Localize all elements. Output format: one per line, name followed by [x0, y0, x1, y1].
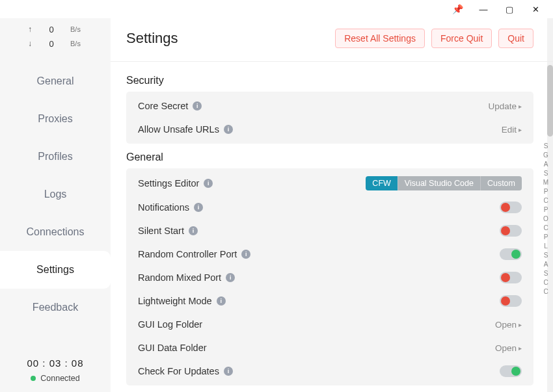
label-silent-start: Silent Start: [138, 226, 184, 236]
letter-index-item[interactable]: C: [541, 224, 550, 233]
status-dot-icon: [31, 376, 36, 381]
toggle-silent-start[interactable]: [500, 225, 522, 237]
connection-status-label: Connected: [40, 374, 79, 383]
letter-index-item[interactable]: L: [541, 242, 550, 251]
letter-index-item[interactable]: M: [541, 178, 550, 187]
quit-button[interactable]: Quit: [498, 29, 533, 48]
seg-cfw[interactable]: CFW: [366, 176, 397, 190]
arrow-down-icon: ↓: [27, 39, 33, 48]
info-icon[interactable]: [204, 179, 213, 188]
titlebar: 📌 — ▢ ✕: [0, 0, 553, 18]
reset-all-button[interactable]: Reset All Settings: [335, 29, 425, 48]
page-title: Settings: [126, 30, 178, 47]
info-icon[interactable]: [194, 203, 203, 212]
content-scroll[interactable]: Security Core Secret Update▸ Allow Unsaf…: [111, 62, 553, 392]
upload-value: 0: [46, 25, 57, 34]
letter-index-item[interactable]: P: [541, 205, 550, 215]
letter-index-item[interactable]: S: [541, 251, 550, 260]
label-lightweight-mode: Lightweight Mode: [138, 296, 212, 306]
label-notifications: Notifications: [138, 202, 189, 213]
info-icon[interactable]: [226, 273, 235, 282]
row-gui-data-folder: GUI Data Folder Open▸: [130, 336, 530, 359]
arrow-up-icon: ↑: [27, 25, 33, 34]
general-card: Settings Editor CFW Visual Studio Code C…: [126, 168, 533, 385]
open-gui-data-folder-button[interactable]: Open▸: [495, 343, 522, 353]
row-gui-log-folder: GUI Log Folder Open▸: [130, 313, 530, 336]
download-speed: ↓ 0 B/s: [0, 36, 111, 51]
info-icon[interactable]: [189, 226, 198, 235]
upload-speed: ↑ 0 B/s: [0, 22, 111, 36]
letter-index-item[interactable]: C: [541, 278, 550, 287]
connection-status: Connected: [0, 374, 111, 383]
letter-index[interactable]: SGASMPCPOCPLSASCC: [541, 142, 550, 296]
chevron-right-icon: ▸: [519, 321, 522, 328]
chevron-right-icon: ▸: [519, 103, 522, 110]
letter-index-item[interactable]: A: [541, 260, 550, 269]
toggle-random-mixed-port[interactable]: [500, 272, 522, 283]
info-icon[interactable]: [193, 101, 202, 111]
force-quit-button[interactable]: Force Quit: [431, 29, 492, 48]
chevron-right-icon: ▸: [519, 345, 522, 352]
label-settings-editor: Settings Editor: [138, 178, 199, 189]
seg-custom[interactable]: Custom: [480, 176, 522, 190]
row-notifications: Notifications: [130, 196, 530, 219]
section-title-general: General: [126, 151, 533, 163]
letter-index-item[interactable]: S: [541, 142, 550, 151]
row-random-controller-port: Random Controller Port: [130, 242, 530, 266]
row-core-secret: Core Secret Update▸: [130, 94, 530, 118]
toggle-random-controller-port[interactable]: [500, 248, 522, 260]
download-unit: B/s: [70, 40, 83, 47]
info-icon[interactable]: [241, 250, 250, 259]
sidebar-item-settings[interactable]: Settings: [0, 251, 111, 289]
letter-index-item[interactable]: S: [541, 269, 550, 278]
row-check-for-updates: Check For Updates: [130, 359, 530, 383]
label-gui-log-folder: GUI Log Folder: [138, 319, 202, 330]
info-icon[interactable]: [224, 125, 233, 134]
sidebar-item-logs[interactable]: Logs: [0, 176, 111, 213]
letter-index-item[interactable]: A: [541, 160, 550, 169]
label-gui-data-folder: GUI Data Folder: [138, 343, 207, 353]
toggle-check-for-updates[interactable]: [500, 365, 522, 377]
close-button[interactable]: ✕: [523, 1, 548, 17]
row-random-mixed-port: Random Mixed Port: [130, 266, 530, 289]
sidebar-item-connections[interactable]: Connections: [0, 213, 111, 251]
letter-index-item[interactable]: G: [541, 151, 550, 160]
toggle-notifications[interactable]: [500, 202, 522, 213]
maximize-button[interactable]: ▢: [497, 1, 522, 17]
letter-index-item[interactable]: P: [541, 233, 550, 242]
sidebar-item-general[interactable]: General: [0, 62, 111, 100]
info-icon[interactable]: [217, 296, 226, 306]
download-value: 0: [46, 39, 57, 49]
letter-index-item[interactable]: S: [541, 169, 550, 178]
label-check-for-updates: Check For Updates: [138, 366, 219, 376]
row-silent-start: Silent Start: [130, 219, 530, 242]
letter-index-item[interactable]: P: [541, 187, 550, 196]
label-random-controller-port: Random Controller Port: [138, 249, 237, 259]
update-core-secret-button[interactable]: Update▸: [488, 101, 522, 111]
row-settings-editor: Settings Editor CFW Visual Studio Code C…: [130, 171, 530, 196]
label-random-mixed-port: Random Mixed Port: [138, 272, 221, 283]
sidebar-item-proxies[interactable]: Proxies: [0, 100, 111, 138]
security-card: Core Secret Update▸ Allow Unsafe URLs Ed…: [126, 92, 533, 144]
settings-editor-segmented: CFW Visual Studio Code Custom: [366, 176, 522, 190]
letter-index-item[interactable]: C: [541, 287, 550, 296]
sidebar-nav: General Proxies Profiles Logs Connection…: [0, 62, 111, 326]
main-panel: Settings Reset All Settings Force Quit Q…: [111, 18, 553, 392]
section-title-security: Security: [126, 75, 533, 86]
main-header: Settings Reset All Settings Force Quit Q…: [111, 18, 553, 62]
minimize-button[interactable]: —: [471, 1, 496, 17]
sidebar-item-feedback[interactable]: Feedback: [0, 289, 111, 326]
sidebar: ↑ 0 B/s ↓ 0 B/s General Proxies Profiles…: [0, 18, 111, 392]
letter-index-item[interactable]: C: [541, 196, 550, 205]
row-allow-unsafe-urls: Allow Unsafe URLs Edit▸: [130, 118, 530, 141]
seg-vscode[interactable]: Visual Studio Code: [398, 176, 480, 190]
info-icon[interactable]: [224, 367, 233, 376]
edit-unsafe-urls-button[interactable]: Edit▸: [502, 125, 522, 135]
uptime-timer: 00 : 03 : 08: [0, 358, 111, 369]
open-gui-log-folder-button[interactable]: Open▸: [495, 320, 522, 330]
sidebar-item-profiles[interactable]: Profiles: [0, 138, 111, 176]
letter-index-item[interactable]: O: [541, 215, 550, 224]
pin-icon[interactable]: 📌: [445, 1, 470, 17]
toggle-lightweight-mode[interactable]: [500, 295, 522, 307]
chevron-right-icon: ▸: [519, 126, 522, 133]
